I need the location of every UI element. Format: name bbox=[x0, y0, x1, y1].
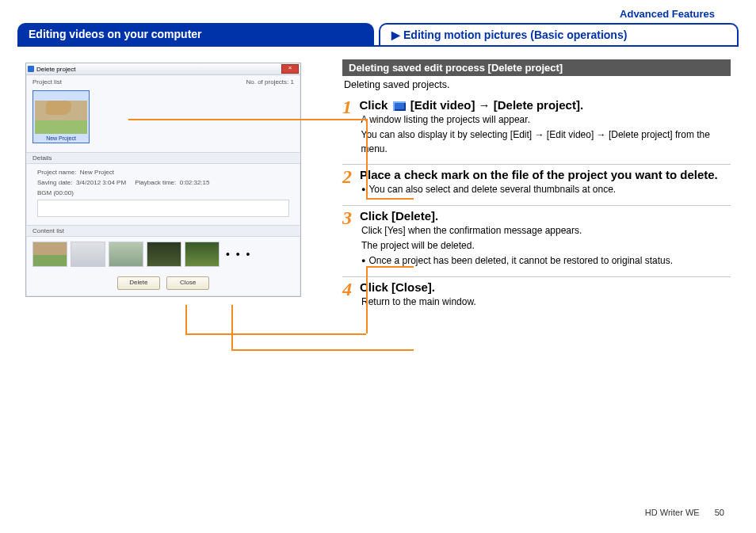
clip-thumbnail[interactable] bbox=[109, 242, 143, 267]
content-list: • • • bbox=[26, 237, 300, 268]
tab-right-label: Editing motion pictures (Basic operation… bbox=[403, 29, 627, 41]
connector-line bbox=[231, 305, 233, 349]
clip-thumbnail[interactable] bbox=[32, 242, 67, 267]
connector-line bbox=[185, 305, 187, 333]
section-link[interactable]: Advanced Features bbox=[17, 0, 739, 23]
step-title: Place a check mark on the file of the pr… bbox=[360, 168, 718, 181]
step-1: 1 Click [Edit video] → [Delete project].… bbox=[342, 98, 731, 165]
project-list-label: Project list bbox=[32, 78, 62, 86]
subheading: Deleting saved edit process [Delete proj… bbox=[342, 59, 731, 76]
project-count: No. of projects: 1 bbox=[246, 78, 295, 86]
screenshot-panel: Delete project × Project list No. of pro… bbox=[17, 55, 334, 318]
project-thumbnail[interactable]: New Project bbox=[32, 90, 90, 143]
connector-line bbox=[366, 266, 414, 268]
connector-line bbox=[231, 349, 414, 351]
step-desc: A window listing the projects will appea… bbox=[360, 113, 731, 156]
content-list-label: Content list bbox=[26, 225, 300, 237]
connector-line bbox=[185, 333, 366, 335]
step-number: 3 bbox=[342, 209, 360, 270]
window-title: Delete project bbox=[36, 66, 75, 73]
connector-line bbox=[366, 266, 368, 333]
play-arrow-icon: ▶ bbox=[391, 29, 400, 41]
connector-line bbox=[366, 198, 414, 200]
app-icon bbox=[28, 66, 34, 72]
step-title: Click [Edit video] → [Delete project]. bbox=[360, 98, 731, 112]
page-footer: HD Writer WE 50 bbox=[645, 508, 724, 517]
delete-button[interactable]: Delete bbox=[117, 276, 160, 290]
step-number: 4 bbox=[342, 280, 360, 310]
step-number: 1 bbox=[342, 98, 360, 158]
step-2: 2 Place a check mark on the file of the … bbox=[342, 168, 731, 205]
clip-thumbnail[interactable] bbox=[147, 242, 181, 267]
tab-bar: Editing videos on your computer ▶ Editin… bbox=[17, 23, 739, 47]
step-desc: Click [Yes] when the confirmation messag… bbox=[360, 224, 673, 268]
step-title: Click [Close]. bbox=[360, 280, 476, 294]
details-panel: Project name: New Project Saving date: 3… bbox=[26, 164, 300, 225]
step-title: Click [Delete]. bbox=[360, 209, 673, 223]
step-number: 2 bbox=[342, 168, 360, 198]
connector-line bbox=[366, 119, 368, 198]
page-number: 50 bbox=[715, 508, 724, 517]
ellipsis-icon: • • • bbox=[223, 248, 251, 261]
instructions-panel: Deleting saved edit process [Delete proj… bbox=[334, 55, 739, 318]
window-titlebar: Delete project × bbox=[26, 63, 300, 75]
edit-video-icon bbox=[393, 101, 406, 111]
delete-project-window: Delete project × Project list No. of pro… bbox=[25, 63, 301, 297]
tab-motion-pictures[interactable]: ▶ Editing motion pictures (Basic operati… bbox=[379, 23, 739, 45]
close-icon[interactable]: × bbox=[281, 64, 299, 74]
details-label: Details bbox=[26, 152, 300, 164]
product-name: HD Writer WE bbox=[645, 508, 700, 517]
step-desc: Return to the main window. bbox=[360, 295, 476, 309]
thumbnail-caption: New Project bbox=[35, 134, 87, 141]
step-desc: You can also select and delete several t… bbox=[360, 183, 718, 196]
lead-text: Deleting saved projects. bbox=[344, 79, 731, 90]
clip-thumbnail[interactable] bbox=[185, 242, 220, 267]
details-empty-box bbox=[37, 200, 289, 217]
connector-line bbox=[128, 119, 366, 120]
step-4: 4 Click [Close]. Return to the main wind… bbox=[342, 280, 731, 317]
connector-line bbox=[374, 120, 376, 121]
tab-editing-videos[interactable]: Editing videos on your computer bbox=[17, 23, 374, 45]
clip-thumbnail[interactable] bbox=[71, 242, 105, 267]
close-button[interactable]: Close bbox=[166, 276, 209, 290]
thumbnail-image bbox=[35, 101, 87, 134]
